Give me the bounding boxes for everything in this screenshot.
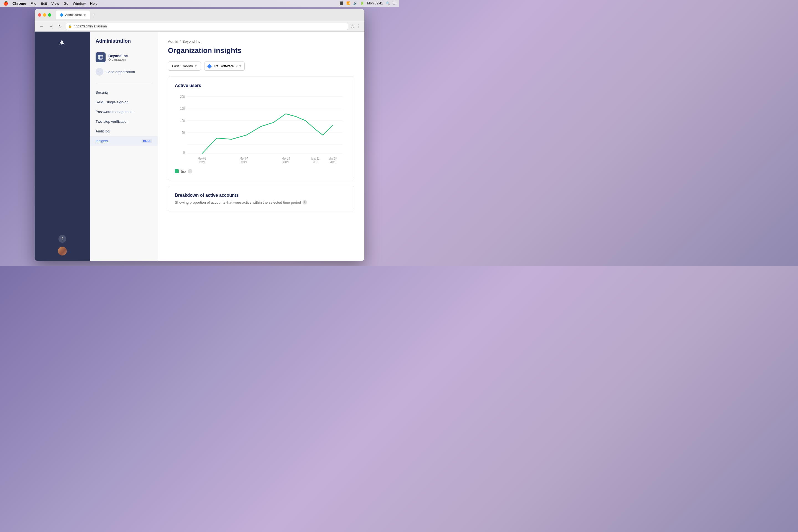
url-text: https://admin.atlassian [74,24,107,28]
org-text: Beyond Inc Organization [108,54,128,61]
org-item[interactable]: Beyond Inc Organization [90,50,158,65]
tab-bar: 🔷 Administration + [56,11,97,19]
breakdown-subtitle: Showing proportion of accounts that were… [175,200,347,205]
breadcrumb-separator: / [180,39,181,43]
sidebar-item-saml[interactable]: SAML single sign-on [90,97,158,107]
sidebar-bottom: ? [58,235,67,255]
remove-product-filter-button[interactable]: × [235,64,238,68]
breakdown-info-icon[interactable]: ℹ [303,200,307,205]
control-center-icon[interactable]: ☰ [393,1,396,5]
app-name[interactable]: Chrome [13,1,26,5]
sidebar-item-twostep[interactable]: Two-step verification [90,117,158,126]
chevron-down-icon: ▾ [195,64,197,68]
go-to-org-label: Go to organization [106,70,135,74]
active-tab[interactable]: 🔷 Administration [56,11,90,19]
active-users-chart-card: Active users 200 150 100 50 [168,76,355,180]
product-filter-chevron-icon: ▾ [240,64,241,68]
apple-menu[interactable]: 🍎 [3,1,8,5]
left-panel: Administration Beyond Inc Organization [90,32,158,261]
org-name: Beyond Inc [108,54,128,58]
svg-text:150: 150 [180,107,185,111]
time-filter-dropdown[interactable]: Last 1 month ▾ [168,61,201,71]
address-bar[interactable]: 🔒 https://admin.atlassian [66,23,348,30]
legend-label: Jira [180,169,186,173]
close-button[interactable] [38,13,41,17]
minimize-button[interactable] [43,13,46,17]
chart-container: 200 150 100 50 0 May 01 2019 May 07 2 [175,94,347,166]
svg-rect-0 [98,55,103,59]
insights-row: Insights BETA [96,139,152,143]
svg-text:May 14: May 14 [282,157,290,160]
forward-button[interactable]: → [48,23,55,30]
org-type: Organization [108,58,128,61]
insights-label: Insights [96,139,108,143]
main-content: ? Administration [35,32,364,261]
product-filter-label: Jira Software [213,64,234,68]
sidebar-item-security[interactable]: Security [90,88,158,97]
svg-text:2019: 2019 [199,160,205,164]
menu-window[interactable]: Window [73,1,86,5]
chart-line [202,114,333,154]
atlassian-logo [57,37,68,48]
nav-bar: ← → ↻ 🔒 https://admin.atlassian ☆ ⋮ [35,21,364,32]
breadcrumb: Admin / Beyond Inc [168,39,355,43]
svg-text:2019: 2019 [241,160,247,164]
search-icon[interactable]: 🔍 [386,1,390,5]
org-icon [96,52,106,62]
back-button[interactable]: ← [38,23,45,30]
product-filter-dropdown[interactable]: Jira Software × ▾ [204,61,244,71]
maximize-button[interactable] [48,13,51,17]
menu-bar: 🍎 Chrome File Edit View Go Window Help ⬛… [0,0,399,7]
svg-text:May 21: May 21 [311,157,320,160]
bookmark-button[interactable]: ☆ [350,23,355,29]
sidebar-item-password[interactable]: Password management [90,107,158,117]
svg-text:0: 0 [183,151,185,154]
avatar[interactable] [58,247,67,255]
refresh-button[interactable]: ↻ [57,23,63,30]
menu-help[interactable]: Help [90,1,97,5]
beta-badge: BETA [141,139,152,143]
menu-go[interactable]: Go [63,1,68,5]
breakdown-title: Breakdown of active accounts [175,193,347,198]
tab-favicon: 🔷 [60,13,63,17]
chart-legend: Jira ℹ [175,169,347,173]
airplay-icon: ⬛ [339,1,344,5]
time-filter-label: Last 1 month [172,64,193,68]
nav-actions: ☆ ⋮ [350,23,361,29]
sidebar: ? [35,32,90,261]
menu-view[interactable]: View [51,1,59,5]
page-title: Organization insights [168,46,355,55]
tab-title: Administration [65,13,86,17]
breakdown-card: Breakdown of active accounts Showing pro… [168,186,355,211]
volume-icon: 🔊 [353,1,358,5]
menu-bar-left: 🍎 Chrome File Edit View Go Window Help [3,1,97,5]
legend-info-icon[interactable]: ℹ [188,169,192,173]
go-to-org-link[interactable]: ← Go to organization [90,65,158,78]
panel-title: Administration [90,38,158,44]
menu-edit[interactable]: Edit [41,1,47,5]
jira-diamond-icon [207,64,212,69]
svg-text:2019: 2019 [330,160,336,164]
go-to-org-icon: ← [96,68,103,76]
help-button[interactable]: ? [58,235,66,243]
svg-text:May 07: May 07 [240,157,248,160]
nav-divider [96,83,152,83]
menu-file[interactable]: File [31,1,36,5]
svg-text:100: 100 [180,119,185,122]
new-tab-button[interactable]: + [91,12,97,18]
breadcrumb-org[interactable]: Beyond Inc [182,39,200,43]
svg-text:200: 200 [180,95,185,98]
breakdown-subtitle-text: Showing proportion of accounts that were… [175,200,301,205]
more-button[interactable]: ⋮ [357,23,361,29]
avatar-image [58,247,67,255]
chart-title: Active users [175,83,347,88]
breadcrumb-admin[interactable]: Admin [168,39,178,43]
lock-icon: 🔒 [68,24,72,28]
menu-bar-right: ⬛ 📶 🔊 🔋 Mon 09:41 🔍 ☰ [339,1,396,5]
svg-text:2019: 2019 [312,160,318,164]
legend-color-box [175,169,179,173]
sidebar-item-auditlog[interactable]: Audit log [90,126,158,136]
filters-bar: Last 1 month ▾ Jira Software × ▾ [168,61,355,71]
browser-window: 🔷 Administration + ← → ↻ 🔒 https://admin… [35,9,364,261]
sidebar-item-insights[interactable]: Insights BETA [90,136,158,146]
